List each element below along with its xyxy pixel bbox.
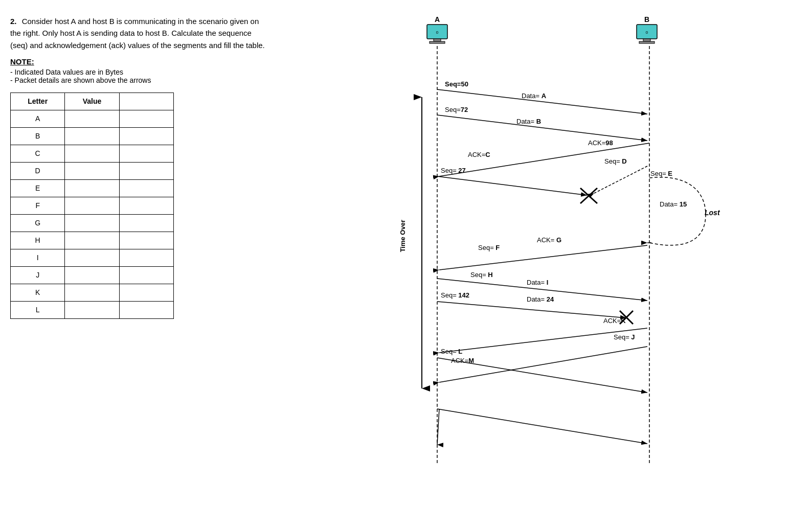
table-extra-cell[interactable] xyxy=(119,197,173,214)
table-value-cell[interactable] xyxy=(65,127,119,145)
svg-line-21 xyxy=(594,166,647,193)
table-letter-cell: G xyxy=(11,214,65,232)
table-row: B xyxy=(11,127,174,145)
table-extra-cell[interactable] xyxy=(119,162,173,179)
seqF-label: Seq= F xyxy=(478,244,500,251)
table-row: G xyxy=(11,214,174,232)
table-letter-cell: K xyxy=(11,284,65,301)
table-row: I xyxy=(11,249,174,266)
table-letter-cell: L xyxy=(11,301,65,318)
data-a-label: Data= A xyxy=(522,92,546,100)
time-over-label: Time Over xyxy=(399,220,407,252)
table-value-cell[interactable] xyxy=(65,284,119,301)
table-value-cell[interactable] xyxy=(65,214,119,232)
col-header-extra xyxy=(119,93,173,110)
table-extra-cell[interactable] xyxy=(119,301,173,318)
table-extra-cell[interactable] xyxy=(119,179,173,197)
ack-c-label: ACK=C xyxy=(468,151,490,158)
table-value-cell[interactable] xyxy=(65,110,119,127)
table-row: H xyxy=(11,232,174,249)
table-extra-cell[interactable] xyxy=(119,232,173,249)
table-letter-cell: F xyxy=(11,197,65,214)
table-row: F xyxy=(11,197,174,214)
table-row: E xyxy=(11,179,174,197)
table-letter-cell: I xyxy=(11,249,65,266)
table-letter-cell: C xyxy=(11,145,65,162)
table-row: A xyxy=(11,110,174,127)
seqL-label: Seq= L xyxy=(441,348,462,355)
left-section: 2. Consider host A and host B is communi… xyxy=(10,15,276,491)
seq72-label: Seq=72 xyxy=(445,106,468,113)
question-number: 2. xyxy=(10,17,17,26)
table-extra-cell[interactable] xyxy=(119,145,173,162)
diagram-container: A 0 B 0 xyxy=(286,15,726,491)
main-container: 2. Consider host A and host B is communi… xyxy=(0,0,812,506)
table-row: K xyxy=(11,284,174,301)
seq50-label: Seq=50 xyxy=(445,80,468,88)
right-section: A 0 B 0 xyxy=(276,15,802,491)
svg-line-18 xyxy=(437,176,587,195)
table-value-cell[interactable] xyxy=(65,232,119,249)
data15-label: Data= 15 xyxy=(660,200,687,208)
data24-label: Data= 24 xyxy=(527,295,554,303)
table-letter-cell: B xyxy=(11,127,65,145)
table-row: L xyxy=(11,301,174,318)
value-table: Letter Value ABCDEFGHIJKL xyxy=(10,93,174,319)
svg-line-30 xyxy=(439,347,647,382)
table-value-cell[interactable] xyxy=(65,162,119,179)
table-value-cell[interactable] xyxy=(65,145,119,162)
svg-line-23 xyxy=(439,245,647,270)
dataI-label: Data= I xyxy=(527,279,548,286)
table-row: J xyxy=(11,266,174,284)
svg-line-16 xyxy=(437,115,647,141)
seq142-label: Seq= 142 xyxy=(441,291,469,299)
col-header-letter: Letter xyxy=(11,93,65,110)
note-title: NOTE: xyxy=(10,57,266,66)
seqD-label: Seq= D xyxy=(604,157,627,165)
table-row: C xyxy=(11,145,174,162)
seqJ-label: Seq= J xyxy=(614,333,635,341)
table-value-cell[interactable] xyxy=(65,266,119,284)
seqH-label: Seq= H xyxy=(470,271,493,279)
question-body: Consider host A and host B is communicat… xyxy=(10,17,265,50)
col-header-value: Value xyxy=(65,93,119,110)
diagram-svg xyxy=(286,15,726,491)
table-letter-cell: H xyxy=(11,232,65,249)
table-extra-cell[interactable] xyxy=(119,127,173,145)
question-text: 2. Consider host A and host B is communi… xyxy=(10,15,266,51)
table-extra-cell[interactable] xyxy=(119,110,173,127)
table-value-cell[interactable] xyxy=(65,301,119,318)
note-section: NOTE: - Indicated Data values are in Byt… xyxy=(10,57,266,84)
table-letter-cell: D xyxy=(11,162,65,179)
note-item-2: - Packet details are shown above the arr… xyxy=(10,76,266,84)
table-extra-cell[interactable] xyxy=(119,214,173,232)
data-b-label: Data= B xyxy=(516,118,541,125)
table-extra-cell[interactable] xyxy=(119,249,173,266)
table-value-cell[interactable] xyxy=(65,249,119,266)
table-value-cell[interactable] xyxy=(65,197,119,214)
table-row: D xyxy=(11,162,174,179)
table-value-cell[interactable] xyxy=(65,179,119,197)
ackM-label: ACK=M xyxy=(451,357,474,364)
ackK-label: ACK=K xyxy=(603,317,626,325)
ackG-label: ACK= G xyxy=(537,236,561,244)
seqE-label: Seq= E xyxy=(650,170,672,177)
ack98-label: ACK=98 xyxy=(588,139,613,147)
table-letter-cell: J xyxy=(11,266,65,284)
lost-label: Lost xyxy=(705,209,720,217)
table-letter-cell: A xyxy=(11,110,65,127)
svg-line-31 xyxy=(437,409,647,444)
svg-line-25 xyxy=(437,302,626,318)
table-extra-cell[interactable] xyxy=(119,284,173,301)
table-extra-cell[interactable] xyxy=(119,266,173,284)
table-letter-cell: E xyxy=(11,179,65,197)
note-item-1: - Indicated Data values are in Bytes xyxy=(10,68,266,76)
seq27-label: Seq= 27 xyxy=(441,167,466,174)
